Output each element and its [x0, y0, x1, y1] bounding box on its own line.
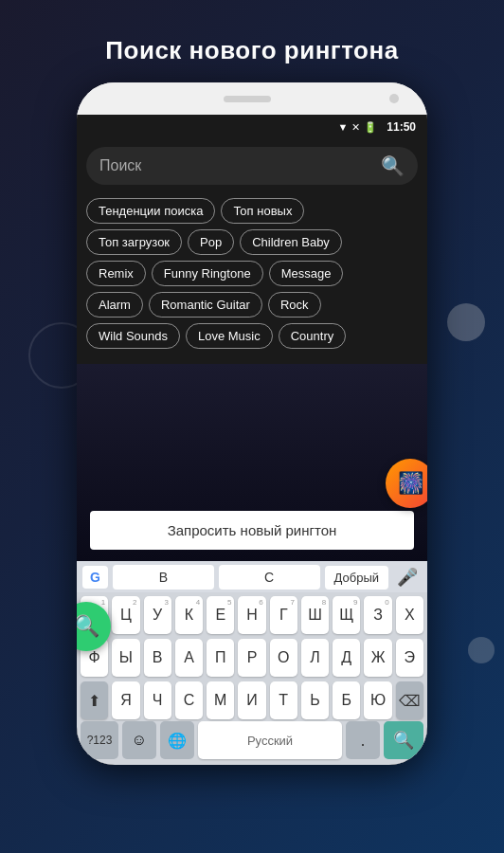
- key-е[interactable]: 5Е: [207, 596, 234, 634]
- phone-camera-right: [389, 94, 399, 103]
- key-ч[interactable]: Ч: [144, 681, 171, 719]
- key-row-2: Ф Ы В А П Р О Л Д Ж Э: [81, 639, 423, 677]
- tag-romantic-guitar[interactable]: Romantic Guitar: [149, 292, 262, 318]
- mic-key[interactable]: 🎤: [393, 567, 422, 588]
- key-row-3: ⬆ Я Ч С М И Т Ь Б Ю ⌫: [81, 681, 423, 719]
- phone-top-bar: [77, 82, 427, 115]
- key-к[interactable]: 4К: [175, 596, 203, 634]
- keyboard-rows: 1Й 2Ц 3У 4К 5Е 6Н 7Г 8Ш 9Щ 0З Х Ф Ы В: [77, 592, 427, 721]
- tags-row-1: Тенденции поиска Топ новых: [86, 198, 418, 224]
- status-bar: ▼ ✕ 🔋 11:50: [77, 115, 427, 139]
- key-п[interactable]: П: [207, 639, 234, 677]
- key-р[interactable]: Р: [238, 639, 265, 677]
- tag-top-downloads[interactable]: Топ загрузок: [86, 229, 182, 255]
- deco-circle-right2: [468, 637, 495, 663]
- tags-row-5: Wild Sounds Love Music Country: [86, 323, 418, 349]
- key-globe[interactable]: 🌐: [160, 721, 194, 759]
- tag-love-music[interactable]: Love Music: [186, 323, 273, 349]
- key-и[interactable]: И: [238, 681, 265, 719]
- phone-frame: ▼ ✕ 🔋 11:50 Поиск 🔍 Тенденции поиска Топ…: [77, 82, 427, 765]
- key-ю[interactable]: Ю: [364, 681, 391, 719]
- key-з[interactable]: 0З: [364, 596, 391, 634]
- key-л[interactable]: Л: [301, 639, 329, 677]
- key-э[interactable]: Э: [396, 639, 423, 677]
- key-я[interactable]: Я: [112, 681, 139, 719]
- tags-row-2: Топ загрузок Pop Children Baby: [86, 229, 418, 255]
- tags-row-3: Remix Funny Ringtone Message: [86, 261, 418, 286]
- key-х[interactable]: Х: [396, 596, 423, 634]
- key-у[interactable]: 3У: [144, 596, 171, 634]
- search-placeholder[interactable]: Поиск: [99, 157, 381, 174]
- wifi-icon: ▼: [337, 121, 348, 133]
- key-backspace[interactable]: ⌫: [396, 681, 423, 719]
- page-title: Поиск нового рингтона: [105, 36, 398, 65]
- key-о[interactable]: О: [270, 639, 297, 677]
- search-bar[interactable]: Поиск 🔍: [86, 147, 418, 185]
- tag-remix[interactable]: Remix: [86, 261, 146, 286]
- key-с[interactable]: С: [175, 681, 203, 719]
- request-btn-container: Запросить новый рингтон: [77, 501, 427, 561]
- tags-area: Тенденции поиска Топ новых Топ загрузок …: [77, 192, 427, 364]
- tag-children-baby[interactable]: Children Baby: [240, 229, 342, 255]
- key-dobry[interactable]: Добрый: [325, 566, 388, 590]
- tag-rock[interactable]: Rock: [268, 292, 321, 318]
- key-num-switch[interactable]: ?123: [81, 721, 118, 759]
- key-search-enter[interactable]: 🔍: [384, 721, 423, 759]
- key-м[interactable]: М: [207, 681, 234, 719]
- key-т[interactable]: Т: [270, 681, 297, 719]
- tag-top-new[interactable]: Топ новых: [221, 198, 304, 224]
- key-b[interactable]: В: [113, 565, 214, 590]
- tag-alarm[interactable]: Alarm: [86, 292, 143, 318]
- key-ц[interactable]: 2Ц: [112, 596, 139, 634]
- keyboard: G В С Добрый 🎤 1Й 2Ц 3У 4К 5Е 6Н 7Г 8Ш: [77, 561, 427, 765]
- phone-screen: ▼ ✕ 🔋 11:50 Поиск 🔍 Тенденции поиска Топ…: [77, 115, 427, 765]
- key-emoji[interactable]: ☺: [122, 721, 156, 759]
- key-а[interactable]: А: [175, 639, 203, 677]
- phone-speaker: [224, 96, 271, 102]
- key-c[interactable]: С: [219, 565, 320, 590]
- key-б[interactable]: Б: [333, 681, 360, 719]
- tag-tendencies[interactable]: Тенденции поиска: [86, 198, 215, 224]
- tags-row-4: Alarm Romantic Guitar Rock: [86, 292, 418, 318]
- key-space[interactable]: Русский: [198, 721, 342, 759]
- key-shift[interactable]: ⬆: [81, 681, 108, 719]
- key-щ[interactable]: 9Щ: [333, 596, 360, 634]
- status-time: 11:50: [387, 120, 416, 134]
- key-ж[interactable]: Ж: [364, 639, 391, 677]
- search-icon[interactable]: 🔍: [381, 154, 405, 177]
- tag-funny-ringtone[interactable]: Funny Ringtone: [152, 261, 263, 286]
- request-ringtone-button[interactable]: Запросить новый рингтон: [90, 511, 414, 550]
- status-icons: ▼ ✕ 🔋 11:50: [337, 120, 416, 134]
- key-ш[interactable]: 8Ш: [301, 596, 329, 634]
- key-в[interactable]: В: [144, 639, 171, 677]
- tag-country[interactable]: Country: [279, 323, 347, 349]
- key-bottom-row: ?123 ☺ 🌐 Русский . 🔍: [77, 721, 427, 765]
- key-д[interactable]: Д: [333, 639, 360, 677]
- key-ь[interactable]: Ь: [301, 681, 329, 719]
- dark-bg-area: 🎆 Запросить новый рингтон: [77, 364, 427, 561]
- key-г[interactable]: 7Г: [270, 596, 297, 634]
- battery-icon: 🔋: [364, 121, 377, 134]
- tag-wild-sounds[interactable]: Wild Sounds: [86, 323, 180, 349]
- deco-circle-right: [447, 303, 485, 341]
- key-dot[interactable]: .: [346, 721, 380, 759]
- key-row-1: 1Й 2Ц 3У 4К 5Е 6Н 7Г 8Ш 9Щ 0З Х: [81, 596, 423, 634]
- tag-message[interactable]: Message: [269, 261, 344, 286]
- key-ы[interactable]: Ы: [112, 639, 139, 677]
- signal-icon: ✕: [351, 121, 360, 134]
- keyboard-top-row: G В С Добрый 🎤: [77, 561, 427, 592]
- float-button[interactable]: 🎆: [386, 459, 427, 508]
- tag-pop[interactable]: Pop: [188, 229, 234, 255]
- google-key[interactable]: G: [82, 566, 108, 589]
- key-н[interactable]: 6Н: [238, 596, 265, 634]
